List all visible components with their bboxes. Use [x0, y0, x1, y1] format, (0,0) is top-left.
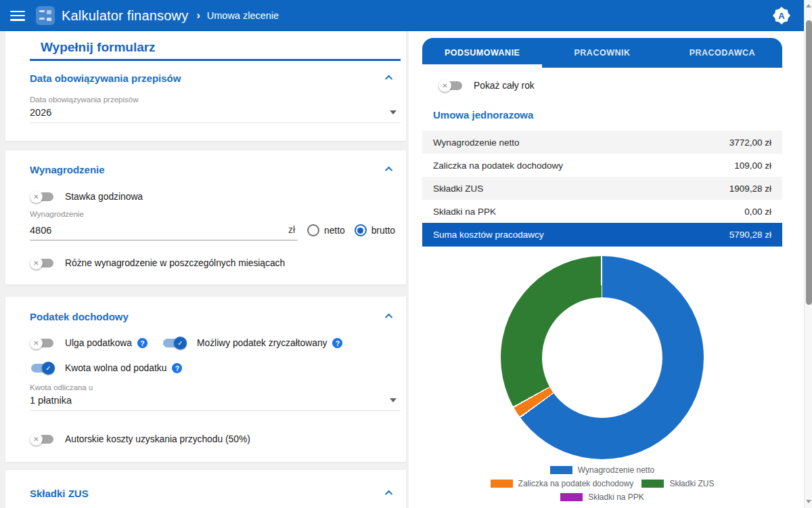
chevron-up-icon: [385, 167, 392, 174]
hourly-rate-toggle-row: ✕ Stawka godzinowa: [30, 190, 143, 203]
legend-item[interactable]: Wynagrodzenie netto: [550, 465, 654, 475]
row-value: 5790,28 zł: [729, 230, 771, 240]
toggle-thumb: ✕: [30, 257, 43, 270]
calculator-app-icon: [36, 6, 55, 25]
scrollbar-thumb[interactable]: [806, 20, 812, 305]
help-icon[interactable]: ?: [137, 338, 148, 348]
full-year-toggle-row: ✕ Pokaż cały rok: [438, 79, 535, 92]
payers-count-select[interactable]: Kwota odliczana u 1 płatnika: [30, 383, 401, 411]
page: Kalkulator finansowy › Umowa zlecenie A …: [0, 0, 812, 508]
tax-free-amount-toggle[interactable]: ✓: [30, 362, 55, 375]
x-icon: ✕: [33, 340, 39, 347]
row-label: Składki ZUS: [433, 184, 483, 194]
legend-item[interactable]: Składki na PPK: [560, 492, 644, 502]
salary-input[interactable]: 4806 zł: [30, 220, 298, 240]
vertical-scrollbar: [804, 0, 812, 508]
title-underline: [30, 59, 401, 61]
hourly-rate-toggle[interactable]: ✕: [30, 190, 55, 203]
breadcrumb: Umowa zlecenie: [207, 10, 279, 21]
salary-input-label: Wynagrodzenie: [30, 210, 84, 218]
help-icon[interactable]: ?: [172, 363, 182, 373]
row-label: Składki na PPK: [433, 207, 496, 217]
section-title: Podatek dochodowy: [30, 311, 129, 322]
row-label: Suma kosztów pracodawcy: [433, 230, 544, 240]
app-bar: Kalkulator finansowy › Umowa zlecenie A: [0, 0, 804, 31]
full-year-toggle[interactable]: ✕: [438, 79, 464, 92]
legend-item[interactable]: Składki ZUS: [641, 479, 714, 488]
auto-badge-icon[interactable]: A: [773, 7, 790, 24]
table-row: Składki na PPK 0,00 zł: [422, 200, 782, 223]
toggle-label: Pokaż cały rok: [474, 81, 535, 91]
x-icon: ✕: [33, 194, 39, 200]
check-icon: ✓: [45, 365, 51, 372]
variable-salary-toggle[interactable]: ✕: [30, 257, 55, 270]
salary-input-value: 4806: [30, 225, 288, 236]
table-row: Wynagrodzenie netto 3772,00 zł: [422, 131, 782, 154]
tab-label: PODSUMOWANIE: [445, 48, 520, 58]
dropdown-arrow-icon: [390, 398, 397, 402]
tab-pracodawca[interactable]: PRACODAWCA: [662, 38, 782, 68]
toggle-thumb: ✕: [30, 337, 43, 350]
legend-label: Składki ZUS: [669, 479, 714, 488]
results-table: Wynagrodzenie netto 3772,00 zł Zaliczka …: [422, 131, 782, 247]
toggle-thumb: ✕: [30, 190, 43, 203]
app-title[interactable]: Kalkulator finansowy: [62, 8, 188, 24]
variable-salary-toggle-row: ✕ Różne wynagrodzenie w poszczególnych m…: [30, 257, 285, 270]
toggle-thumb: ✓: [174, 337, 187, 350]
chevron-up-icon: [385, 490, 392, 498]
scrollbar-down-arrow-icon[interactable]: [805, 497, 812, 505]
x-icon: ✕: [442, 83, 447, 89]
legend-swatch: [560, 493, 583, 501]
scrollbar-up-arrow-icon[interactable]: [805, 1, 812, 9]
row-value: 109,00 zł: [734, 161, 771, 171]
legend-label: Zaliczka na podatek dochodowy: [518, 479, 634, 488]
row-value: 0,00 zł: [744, 207, 771, 217]
effective-date-select[interactable]: Data obowiązywania przepisów 2026: [30, 96, 401, 123]
form-title: Wypełnij formularz: [41, 40, 156, 55]
seal-shape: A: [773, 7, 790, 24]
toggle-label: Autorskie koszty uzyskania przychodu (50…: [65, 434, 250, 444]
breadcrumb-chevron-icon: ›: [196, 9, 200, 22]
section-title: Składki ZUS: [30, 488, 89, 499]
tax-relief-toggle[interactable]: ✕: [30, 337, 55, 350]
radio-brutto[interactable]: [355, 224, 367, 236]
legend-line: Składki na PPK: [422, 490, 782, 504]
author-costs-toggle-row: ✕ Autorskie koszty uzyskania przychodu (…: [30, 433, 250, 446]
seal-letter: A: [778, 11, 784, 21]
toggle-thumb: ✓: [42, 362, 55, 375]
section-header-zus[interactable]: Składki ZUS: [30, 485, 392, 501]
tab-podsumowanie[interactable]: PODSUMOWANIE: [422, 38, 542, 68]
x-icon: ✕: [33, 436, 39, 443]
legend-label: Składki na PPK: [588, 492, 644, 502]
tab-pracownik[interactable]: PRACOWNIK: [542, 38, 662, 68]
row-value: 1909,28 zł: [729, 184, 771, 194]
chart-legend: Wynagrodzenie netto Zaliczka na podatek …: [422, 463, 782, 504]
help-icon[interactable]: ?: [332, 338, 342, 348]
toggle-label: Kwota wolna od podatku: [65, 363, 166, 373]
legend-swatch: [550, 466, 572, 474]
tax-relief-toggle-row: ✕ Ulga podatkowa ?: [30, 337, 148, 350]
author-costs-toggle[interactable]: ✕: [30, 433, 55, 446]
legend-item[interactable]: Zaliczka na podatek dochodowy: [491, 479, 634, 488]
section-header-salary[interactable]: Wynagrodzenie: [30, 161, 392, 177]
menu-icon[interactable]: [10, 11, 25, 21]
toggle-label: Stawka godzinowa: [65, 192, 143, 202]
flat-tax-toggle[interactable]: ✓: [162, 337, 187, 350]
legend-label: Wynagrodzenie netto: [578, 465, 654, 475]
results-heading: Umowa jednorazowa: [433, 109, 533, 121]
flat-tax-toggle-row: ✓ Możliwy podatek zryczałtowany ?: [162, 337, 342, 350]
check-icon: ✓: [177, 340, 183, 347]
card-zus: Składki ZUS: [5, 470, 406, 508]
section-header-effective-date[interactable]: Data obowiązywania przepisów: [30, 70, 392, 86]
toggle-thumb: ✕: [438, 79, 451, 92]
field-label: Kwota odliczana u: [30, 383, 401, 391]
chevron-up-icon: [385, 75, 392, 83]
radio-netto[interactable]: [307, 224, 319, 236]
card-income-tax: Podatek dochodowy ✕ Ulga podatkowa ? ✓ M…: [5, 297, 406, 462]
section-header-income-tax[interactable]: Podatek dochodowy: [30, 308, 392, 324]
legend-line: Zaliczka na podatek dochodowy Składki ZU…: [422, 477, 782, 490]
legend-swatch: [491, 480, 513, 488]
section-title: Wynagrodzenie: [30, 164, 105, 175]
tax-free-amount-toggle-row: ✓ Kwota wolna od podatku ?: [30, 362, 182, 375]
field-value: 1 płatnika: [30, 395, 401, 406]
